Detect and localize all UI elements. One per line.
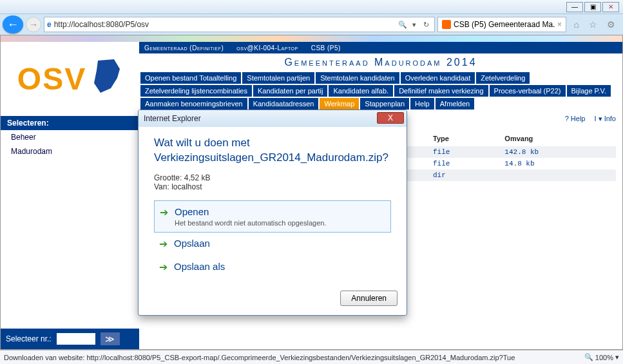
window-titlebar: — ▣ ✕ — [0, 0, 623, 14]
page-title: Gemeenteraad Madurodam 2014 — [139, 53, 622, 72]
zoom-control[interactable]: 🔍 100% ▾ — [584, 353, 619, 361]
window-close-button[interactable]: ✕ — [602, 2, 619, 12]
decorative-band — [1, 35, 622, 42]
browser-toolbar-icons: ⌂ ☆ ⚙ — [569, 19, 620, 30]
option-open-label: Openen — [175, 206, 209, 217]
selecteer-input[interactable] — [57, 333, 95, 345]
status-election: Gemeenteraad (Definitief) — [144, 44, 224, 52]
address-bar[interactable]: e http://localhost:8080/P5/osv 🔍 ▾ ↻ — [44, 17, 435, 32]
home-icon[interactable]: ⌂ — [574, 19, 579, 30]
dialog-option-open[interactable]: ➔ Openen Het bestand wordt niet automati… — [154, 200, 391, 233]
arrow-icon: ➔ — [159, 261, 168, 274]
top-status-bar: Gemeenteraad (Definitief) osv@KI-004-Lap… — [139, 42, 622, 53]
option-open-subtext: Het bestand wordt niet automatisch opges… — [175, 219, 326, 227]
menu-stemtotalen-partijen[interactable]: Stemtotalen partijen — [242, 72, 314, 84]
menu-overleden-kandidaat[interactable]: Overleden kandidaat — [401, 72, 475, 84]
info-link[interactable]: I ▾ Info — [594, 115, 616, 123]
menu-stemtotalen-kandidaten[interactable]: Stemtotalen kandidaten — [316, 72, 399, 84]
menu-definitief-maken[interactable]: Definitief maken verkiezing — [394, 85, 488, 97]
dialog-option-save[interactable]: ➔ Opslaan — [154, 233, 391, 256]
refresh-icon[interactable]: ↻ — [420, 21, 432, 29]
logo-text: OSV — [17, 61, 86, 97]
menu-kandidaten-per-partij[interactable]: Kandidaten per partij — [253, 85, 328, 97]
dialog-metadata: Grootte: 4,52 kB Van: localhost — [154, 173, 391, 191]
sidebar-item-beheer[interactable]: Beheer — [1, 130, 139, 144]
arrow-icon: ➔ — [160, 206, 168, 219]
window-minimize-button[interactable]: — — [566, 2, 583, 12]
browser-statusbar: Downloaden van website: http://localhost… — [0, 350, 623, 364]
menu-stappenplan[interactable]: Stappenplan — [360, 98, 409, 110]
sidebar-footer: Selecteer nr.: ≫ — [1, 329, 139, 349]
dialog-option-saveas[interactable]: ➔ Opslaan als — [154, 256, 391, 279]
dialog-question: Wat wilt u doen met Verkiezingsuitslagen… — [154, 136, 391, 166]
left-column: OSV Selecteren: Beheer Madurodam Selecte… — [1, 42, 139, 349]
col-omvang: Omvang — [499, 131, 616, 146]
menu-zetel-lijstencombi[interactable]: Zetelverdeling lijstencombinaties — [140, 85, 252, 97]
refresh-dropdown-icon[interactable]: ▾ — [408, 21, 420, 29]
menu-bijlage-pv[interactable]: Bijlage P.V. — [567, 85, 611, 97]
menubar: Openen bestand Totaaltelling Stemtotalen… — [139, 72, 622, 113]
address-url: http://localhost:8080/P5/osv — [54, 20, 397, 29]
ie-icon: e — [47, 20, 52, 29]
status-host: osv@KI-004-Laptop — [236, 44, 298, 52]
selecteer-label: Selecteer nr.: — [6, 334, 52, 343]
dialog-titlebar: Internet Explorer X — [139, 110, 407, 127]
download-dialog: Internet Explorer X Wat wilt u doen met … — [138, 110, 407, 316]
menu-openen-totaaltelling[interactable]: Openen bestand Totaaltelling — [140, 72, 241, 84]
menu-afmelden[interactable]: Afmelden — [436, 98, 474, 110]
logo-map-icon — [91, 57, 122, 101]
help-link[interactable]: ? Help — [565, 115, 586, 123]
logo-box: OSV — [1, 42, 139, 116]
option-save-label: Opslaan — [174, 238, 210, 249]
nav-back-button[interactable]: ← — [3, 15, 23, 34]
menu-kandidaten-alfab[interactable]: Kandidaten alfab. — [329, 85, 393, 97]
menu-kandidaatadressen[interactable]: Kandidaatadressen — [249, 98, 319, 110]
browser-tab[interactable]: CSB (P5) Gemeenteraad Ma... × — [437, 17, 566, 32]
nav-forward-button[interactable]: → — [26, 17, 41, 32]
sidebar-heading: Selecteren: — [1, 116, 139, 130]
statusbar-text: Downloaden van website: http://localhost… — [4, 354, 584, 361]
window-maximize-button[interactable]: ▣ — [584, 2, 601, 12]
dialog-title-text: Internet Explorer — [144, 114, 201, 123]
tab-title: CSB (P5) Gemeenteraad Ma... — [454, 20, 555, 29]
sidebar-item-madurodam[interactable]: Madurodam — [1, 144, 139, 158]
dialog-cancel-button[interactable]: Annuleren — [340, 291, 398, 306]
col-type: Type — [428, 131, 499, 146]
zoom-value: 100% — [595, 354, 613, 361]
menu-werkmap[interactable]: Werkmap — [320, 98, 359, 110]
status-csb: CSB (P5) — [311, 44, 341, 52]
dialog-close-button[interactable]: X — [377, 112, 404, 124]
zoom-dropdown-icon[interactable]: ▾ — [615, 353, 619, 361]
selecteer-go-button[interactable]: ≫ — [101, 332, 120, 345]
menu-aanmaken-brieven[interactable]: Aanmaken benoemingsbrieven — [140, 98, 247, 110]
arrow-icon: ➔ — [159, 238, 168, 251]
tab-favicon — [442, 20, 451, 29]
zoom-icon: 🔍 — [584, 353, 593, 361]
browser-navbar: ← → e http://localhost:8080/P5/osv 🔍 ▾ ↻… — [0, 14, 623, 35]
menu-help[interactable]: Help — [410, 98, 434, 110]
search-icon[interactable]: 🔍 — [397, 21, 408, 29]
tab-close-icon[interactable]: × — [557, 20, 562, 29]
favorites-icon[interactable]: ☆ — [589, 19, 597, 30]
option-saveas-label: Opslaan als — [174, 261, 225, 272]
settings-icon[interactable]: ⚙ — [607, 19, 615, 30]
menu-zetelverdeling[interactable]: Zetelverdeling — [476, 72, 530, 84]
menu-proces-verbaal[interactable]: Proces-verbaal (P22) — [490, 85, 566, 97]
